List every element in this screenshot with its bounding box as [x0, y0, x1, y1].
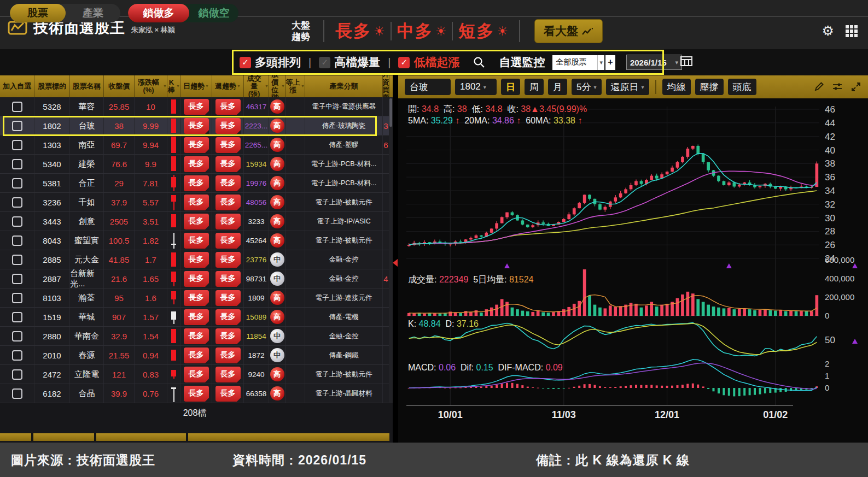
- checkbox-high-volume[interactable]: ✓高檔爆量: [319, 55, 380, 70]
- row-checkbox[interactable]: [12, 274, 22, 284]
- table-row[interactable]: 1802台玻389.99長多長多2223...高傳產-玻璃陶瓷3: [0, 116, 393, 136]
- period-week-button[interactable]: 周: [525, 79, 544, 95]
- table-row[interactable]: 5340建榮76.69.9長多長多15934高電子上游-PCB-材料...: [0, 155, 393, 174]
- table-row[interactable]: 2010春源21.550.94長多長多1872中傳產-鋼鐵: [0, 346, 393, 365]
- row-checkbox[interactable]: [12, 235, 22, 246]
- header-cell-8[interactable]: 成交量 (張)▼: [244, 75, 269, 97]
- filter-checkbox-row: ✓多頭排列|✓高檔爆量|✓低檔起漲 自選監控 全部股票 ▾ + 2026/1/1…: [240, 50, 682, 74]
- header-cell-12[interactable]: 外資買賣: [383, 75, 389, 97]
- indicator-settings-icon[interactable]: [832, 81, 843, 92]
- table-row[interactable]: 2880華南金32.91.54長多長多11854中金融-金控: [0, 327, 393, 346]
- date-select[interactable]: 2026/1/15 ▾: [626, 55, 682, 70]
- row-checkbox[interactable]: [12, 331, 22, 341]
- panel-collapse-arrow[interactable]: [393, 259, 398, 267]
- search-icon[interactable]: [473, 56, 486, 69]
- row-checkbox[interactable]: [12, 255, 22, 265]
- period-day-button[interactable]: 日: [501, 79, 520, 95]
- change-percent: 9.99: [143, 121, 159, 131]
- trend-badges: 長多☀中多☀短多☀: [330, 20, 514, 43]
- industry-label: 傳產-電機: [329, 313, 358, 322]
- watch-select-value: 全部股票: [552, 57, 597, 67]
- table-row[interactable]: 5381合正297.81長多長多19976高電子上游-PCB-材料...: [0, 174, 393, 193]
- header-cell-5[interactable]: K棒▼: [167, 75, 180, 97]
- chevron-down-icon: ▾: [642, 84, 644, 90]
- table-row[interactable]: 5328華容25.8510長多長多46317高電子中游-電源供應器: [0, 97, 393, 116]
- svg-text:36: 36: [825, 172, 835, 182]
- checkbox-low-rise[interactable]: ✓低檔起漲: [398, 55, 459, 70]
- table-row[interactable]: 2887台新新光...21.61.65長多長多98731中金融-金控4: [0, 269, 393, 288]
- chart-stock-name[interactable]: 台玻: [405, 79, 451, 95]
- mode-industry-button[interactable]: 產業: [66, 4, 120, 22]
- table-row[interactable]: 1303南亞69.79.94長多長多2265...高傳產-塑膠6: [0, 136, 393, 155]
- columns-layout-icon[interactable]: [680, 55, 693, 67]
- watch-select[interactable]: 全部股票 ▾ +: [552, 55, 615, 70]
- row-checkbox[interactable]: [12, 388, 22, 399]
- header-cell-9[interactable]: 股價 位階▼: [269, 75, 286, 97]
- svg-text:1: 1: [825, 371, 829, 380]
- table-row[interactable]: 3443創意25053.51長多長多3233高電子上游-IP/ASIC: [0, 212, 393, 231]
- pressure-support-button[interactable]: 壓撐: [695, 79, 724, 95]
- period-month-button[interactable]: 月: [548, 79, 567, 95]
- view-market-button[interactable]: 看大盤: [534, 19, 603, 43]
- table-row[interactable]: 6182合晶39.90.76長多長多66358高電子上游-晶圓材料: [0, 384, 393, 403]
- header-cell-2[interactable]: 股票名稱: [70, 75, 104, 97]
- checkbox-box[interactable]: ✓: [240, 57, 251, 68]
- k-bar-candle: [168, 97, 180, 116]
- table-row[interactable]: 3236千如37.95.57長多長多48056高電子上游-被動元件: [0, 193, 393, 212]
- industry-label: 金融-金控: [329, 274, 358, 284]
- row-checkbox[interactable]: [12, 312, 22, 322]
- table-row[interactable]: 2472立隆電1210.83長多長多9240高電子上游-被動元件: [0, 365, 393, 384]
- table-v-scrollbar[interactable]: [389, 97, 393, 403]
- row-checkbox[interactable]: [12, 216, 22, 227]
- draw-pencil-icon[interactable]: [813, 81, 824, 92]
- header-cell-0[interactable]: 加入自選: [0, 75, 34, 97]
- row-checkbox[interactable]: [12, 102, 22, 112]
- row-checkbox[interactable]: [12, 197, 22, 208]
- ma-readout: 5MA: 35.29 ↑ 20MA: 34.86 ↑ 60MA: 33.38 ↑: [408, 116, 587, 126]
- row-checkbox[interactable]: [12, 369, 22, 380]
- row-checkbox[interactable]: [12, 350, 22, 361]
- header-cell-11[interactable]: 產業分類: [305, 75, 383, 97]
- stock-name: 春源: [79, 350, 95, 361]
- lock-short-button[interactable]: 鎖做空: [189, 4, 238, 22]
- apps-grid-icon[interactable]: [845, 25, 858, 38]
- header-cell-3[interactable]: 收盤價: [104, 75, 135, 97]
- table-row[interactable]: 2885元大金41.851.7長多長多23776中金融-金控: [0, 250, 393, 269]
- volume-readout: 成交量: 222349 5日均量: 81524: [408, 274, 538, 286]
- row-checkbox[interactable]: [12, 159, 22, 169]
- lock-long-button[interactable]: 鎖做多: [128, 4, 189, 22]
- table-row[interactable]: 1519華城9071.57長多長多15089高傳產-電機: [0, 308, 393, 327]
- table-h-scrollbar[interactable]: [0, 433, 389, 441]
- row-checkbox[interactable]: [12, 140, 22, 150]
- week-trend-badge: 長多: [215, 195, 241, 210]
- checkbox-box[interactable]: ✓: [319, 57, 330, 68]
- head-bottom-button[interactable]: 頭底: [728, 79, 756, 95]
- close-price: 100.5: [109, 236, 130, 245]
- ma-lines-button[interactable]: 均線: [662, 79, 691, 95]
- row-checkbox[interactable]: [12, 178, 22, 189]
- header-cell-7[interactable]: 週趨勢▼: [212, 75, 244, 97]
- table-row[interactable]: 8043蜜望實100.51.82長多長多45264高電子上游-被動元件: [0, 231, 393, 250]
- watch-add-button[interactable]: +: [604, 55, 615, 70]
- macd-readout: MACD: 0.06 Dif: 0.15 DIF-MACD: 0.09: [408, 363, 568, 373]
- header-cell-4[interactable]: 漲跌幅 (%)▼: [135, 75, 167, 97]
- mode-stock-button[interactable]: 股票: [10, 4, 66, 22]
- settings-gear-icon[interactable]: ⚙: [822, 24, 834, 38]
- chart-stock-code-select[interactable]: 1802 ▾: [455, 79, 497, 95]
- row-checkbox[interactable]: [12, 293, 22, 303]
- table-row[interactable]: 8103瀚荃951.6長多長多1809高電子上游-連接元件: [0, 288, 393, 308]
- chart-canvas[interactable]: 10/0111/0312/0101/0246444240383634323028…: [398, 98, 868, 443]
- checkbox-divider: |: [308, 56, 311, 69]
- checkbox-box[interactable]: ✓: [398, 57, 410, 68]
- day-trend-badge: 長多: [184, 214, 209, 229]
- restore-select[interactable]: 還原日▾: [606, 79, 649, 95]
- stock-code: 3236: [43, 198, 61, 207]
- row-checkbox[interactable]: [12, 121, 22, 131]
- volume-value: 19976: [246, 179, 267, 187]
- expand-icon[interactable]: [850, 81, 861, 92]
- minute-select[interactable]: 5分▾: [572, 79, 602, 95]
- header-cell-10[interactable]: 等上漲▼: [286, 75, 305, 97]
- header-cell-1[interactable]: 股票標的: [34, 75, 70, 97]
- checkbox-bullish-alignment[interactable]: ✓多頭排列: [240, 55, 301, 70]
- header-cell-6[interactable]: 日趨勢▼: [180, 75, 212, 97]
